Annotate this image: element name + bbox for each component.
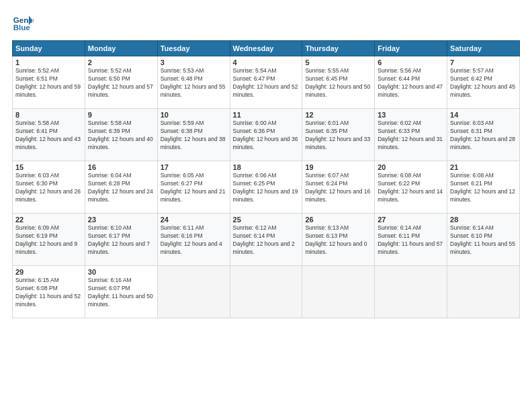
calendar-cell: 30Sunrise: 6:16 AMSunset: 6:07 PMDayligh…	[85, 266, 157, 318]
calendar-cell: 24Sunrise: 6:11 AMSunset: 6:16 PMDayligh…	[157, 214, 230, 266]
day-info: Sunrise: 6:14 AMSunset: 6:11 PMDaylight:…	[378, 224, 444, 257]
week-row-3: 15Sunrise: 6:03 AMSunset: 6:30 PMDayligh…	[13, 161, 520, 214]
day-number: 23	[88, 216, 154, 224]
calendar-cell: 7Sunrise: 5:57 AMSunset: 6:42 PMDaylight…	[447, 56, 520, 109]
calendar-cell: 14Sunrise: 6:03 AMSunset: 6:31 PMDayligh…	[447, 109, 520, 161]
day-info: Sunrise: 5:56 AMSunset: 6:44 PMDaylight:…	[378, 67, 444, 99]
col-header-tuesday: Tuesday	[157, 41, 230, 56]
day-number: 8	[15, 111, 82, 119]
day-info: Sunrise: 6:06 AMSunset: 6:25 PMDaylight:…	[233, 172, 300, 204]
day-info: Sunrise: 5:57 AMSunset: 6:42 PMDaylight:…	[450, 67, 517, 99]
calendar-cell: 13Sunrise: 6:02 AMSunset: 6:33 PMDayligh…	[375, 109, 447, 161]
day-info: Sunrise: 6:02 AMSunset: 6:33 PMDaylight:…	[378, 120, 444, 152]
calendar-cell: 1Sunrise: 5:52 AMSunset: 6:51 PMDaylight…	[13, 56, 85, 109]
calendar-cell: 17Sunrise: 6:05 AMSunset: 6:27 PMDayligh…	[157, 161, 230, 214]
calendar-cell: 25Sunrise: 6:12 AMSunset: 6:14 PMDayligh…	[230, 214, 302, 266]
calendar-cell: 22Sunrise: 6:09 AMSunset: 6:19 PMDayligh…	[13, 214, 85, 266]
calendar-cell: 8Sunrise: 5:58 AMSunset: 6:41 PMDaylight…	[13, 109, 85, 161]
col-header-thursday: Thursday	[302, 41, 375, 56]
day-number: 13	[378, 111, 444, 119]
day-number: 4	[233, 58, 300, 66]
day-info: Sunrise: 5:54 AMSunset: 6:47 PMDaylight:…	[233, 67, 300, 99]
calendar-cell: 21Sunrise: 6:08 AMSunset: 6:21 PMDayligh…	[447, 161, 520, 214]
day-info: Sunrise: 6:01 AMSunset: 6:35 PMDaylight:…	[305, 120, 371, 152]
calendar-cell: 11Sunrise: 6:00 AMSunset: 6:36 PMDayligh…	[230, 109, 302, 161]
day-info: Sunrise: 6:03 AMSunset: 6:31 PMDaylight:…	[450, 120, 517, 152]
week-row-2: 8Sunrise: 5:58 AMSunset: 6:41 PMDaylight…	[13, 109, 520, 161]
day-number: 3	[161, 58, 227, 66]
week-row-4: 22Sunrise: 6:09 AMSunset: 6:19 PMDayligh…	[13, 214, 520, 266]
day-info: Sunrise: 6:05 AMSunset: 6:27 PMDaylight:…	[161, 172, 227, 204]
day-info: Sunrise: 5:53 AMSunset: 6:48 PMDaylight:…	[161, 67, 227, 99]
col-header-saturday: Saturday	[447, 41, 520, 56]
calendar-cell	[447, 266, 520, 318]
day-number: 18	[233, 163, 300, 171]
day-number: 7	[450, 58, 517, 66]
day-info: Sunrise: 5:58 AMSunset: 6:41 PMDaylight:…	[15, 120, 82, 152]
calendar-cell: 23Sunrise: 6:10 AMSunset: 6:17 PMDayligh…	[85, 214, 157, 266]
calendar-cell: 15Sunrise: 6:03 AMSunset: 6:30 PMDayligh…	[13, 161, 85, 214]
day-number: 12	[305, 111, 371, 119]
day-number: 26	[305, 216, 371, 224]
day-info: Sunrise: 6:07 AMSunset: 6:24 PMDaylight:…	[305, 172, 371, 204]
day-number: 16	[88, 163, 154, 171]
day-info: Sunrise: 6:03 AMSunset: 6:30 PMDaylight:…	[15, 172, 82, 204]
day-number: 9	[88, 111, 154, 119]
day-info: Sunrise: 6:08 AMSunset: 6:22 PMDaylight:…	[378, 172, 444, 204]
day-number: 1	[15, 58, 82, 66]
calendar-table: SundayMondayTuesdayWednesdayThursdayFrid…	[12, 40, 520, 318]
calendar-cell: 12Sunrise: 6:01 AMSunset: 6:35 PMDayligh…	[302, 109, 375, 161]
calendar-cell: 3Sunrise: 5:53 AMSunset: 6:48 PMDaylight…	[157, 56, 230, 109]
day-info: Sunrise: 5:52 AMSunset: 6:51 PMDaylight:…	[15, 67, 82, 99]
day-info: Sunrise: 6:13 AMSunset: 6:13 PMDaylight:…	[305, 224, 371, 257]
col-header-wednesday: Wednesday	[230, 41, 302, 56]
day-number: 15	[15, 163, 82, 171]
day-number: 28	[450, 216, 517, 224]
calendar-cell: 27Sunrise: 6:14 AMSunset: 6:11 PMDayligh…	[375, 214, 447, 266]
header-row: SundayMondayTuesdayWednesdayThursdayFrid…	[13, 41, 520, 56]
day-number: 20	[378, 163, 444, 171]
calendar-cell: 28Sunrise: 6:14 AMSunset: 6:10 PMDayligh…	[447, 214, 520, 266]
logo: General Blue	[12, 12, 34, 34]
day-number: 29	[15, 268, 82, 276]
calendar-cell: 18Sunrise: 6:06 AMSunset: 6:25 PMDayligh…	[230, 161, 302, 214]
day-number: 27	[378, 216, 444, 224]
calendar-cell: 20Sunrise: 6:08 AMSunset: 6:22 PMDayligh…	[375, 161, 447, 214]
day-number: 19	[305, 163, 371, 171]
day-number: 5	[305, 58, 371, 66]
day-info: Sunrise: 6:15 AMSunset: 6:08 PMDaylight:…	[15, 277, 82, 309]
calendar-cell	[230, 266, 302, 318]
calendar-cell	[157, 266, 230, 318]
calendar-page: General Blue SundayMondayTuesdayWednesda…	[0, 0, 532, 411]
calendar-cell: 9Sunrise: 5:58 AMSunset: 6:39 PMDaylight…	[85, 109, 157, 161]
day-info: Sunrise: 5:58 AMSunset: 6:39 PMDaylight:…	[88, 120, 154, 152]
svg-text:Blue: Blue	[13, 24, 31, 32]
day-number: 21	[450, 163, 517, 171]
day-number: 11	[233, 111, 300, 119]
col-header-friday: Friday	[375, 41, 447, 56]
day-info: Sunrise: 6:04 AMSunset: 6:28 PMDaylight:…	[88, 172, 154, 204]
day-info: Sunrise: 5:55 AMSunset: 6:45 PMDaylight:…	[305, 67, 371, 99]
calendar-cell: 16Sunrise: 6:04 AMSunset: 6:28 PMDayligh…	[85, 161, 157, 214]
day-number: 25	[233, 216, 300, 224]
day-info: Sunrise: 5:52 AMSunset: 6:50 PMDaylight:…	[88, 67, 154, 99]
day-info: Sunrise: 6:12 AMSunset: 6:14 PMDaylight:…	[233, 224, 300, 257]
calendar-cell: 29Sunrise: 6:15 AMSunset: 6:08 PMDayligh…	[13, 266, 85, 318]
logo-icon: General Blue	[12, 12, 34, 34]
day-number: 30	[88, 268, 154, 276]
day-number: 22	[15, 216, 82, 224]
col-header-sunday: Sunday	[13, 41, 85, 56]
day-number: 2	[88, 58, 154, 66]
week-row-1: 1Sunrise: 5:52 AMSunset: 6:51 PMDaylight…	[13, 56, 520, 109]
day-number: 17	[161, 163, 227, 171]
header: General Blue	[12, 12, 520, 34]
calendar-cell: 19Sunrise: 6:07 AMSunset: 6:24 PMDayligh…	[302, 161, 375, 214]
day-info: Sunrise: 6:10 AMSunset: 6:17 PMDaylight:…	[88, 224, 154, 257]
calendar-cell: 6Sunrise: 5:56 AMSunset: 6:44 PMDaylight…	[375, 56, 447, 109]
week-row-5: 29Sunrise: 6:15 AMSunset: 6:08 PMDayligh…	[13, 266, 520, 318]
day-info: Sunrise: 6:14 AMSunset: 6:10 PMDaylight:…	[450, 224, 517, 257]
col-header-monday: Monday	[85, 41, 157, 56]
calendar-cell: 4Sunrise: 5:54 AMSunset: 6:47 PMDaylight…	[230, 56, 302, 109]
calendar-cell	[375, 266, 447, 318]
calendar-cell: 5Sunrise: 5:55 AMSunset: 6:45 PMDaylight…	[302, 56, 375, 109]
